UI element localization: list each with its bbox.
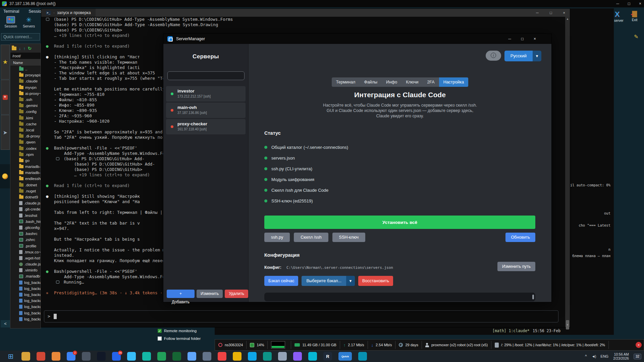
file-row[interactable]: .qwen: [10, 139, 41, 145]
file-list-header[interactable]: Name: [10, 59, 41, 66]
scrollbar-down-arrow[interactable]: ▼: [565, 323, 570, 326]
tab-Терминал[interactable]: Терминал: [332, 77, 360, 87]
keyboard-language[interactable]: ENG: [600, 354, 608, 358]
taskbar-app-chrome-icon[interactable]: 2: [67, 352, 75, 361]
file-row[interactable]: .gitconfig: [10, 225, 41, 231]
file-row[interactable]: .dotnet: [10, 182, 41, 188]
claude-input-box[interactable]: >: [44, 310, 558, 322]
scrollbar-up-arrow[interactable]: ▲: [565, 17, 570, 20]
file-row[interactable]: .mariadb~: [10, 273, 41, 279]
server-list-item[interactable]: proxy-checker161.97.118.40 [ssh]: [166, 119, 246, 134]
exit-shortcut[interactable]: Exit: [628, 10, 641, 22]
file-row[interactable]: .gemini: [10, 103, 41, 109]
file-row[interactable]: .bashrc: [10, 231, 41, 237]
tab-Инфо[interactable]: Инфо: [382, 77, 401, 87]
menu-terminal[interactable]: Terminal: [3, 9, 19, 14]
window-maximize-button[interactable]: □: [628, 1, 630, 6]
file-path-bar[interactable]: /root/: [10, 53, 41, 59]
file-row[interactable]: .zshrc: [10, 237, 41, 243]
file-row[interactable]: endlessh: [10, 176, 41, 182]
file-row[interactable]: .di-proxy: [10, 133, 41, 139]
file-row[interactable]: ai-proxy~: [10, 90, 41, 97]
tab-2FA[interactable]: 2FA: [423, 77, 439, 87]
pencil-icon[interactable]: ✎: [634, 34, 638, 40]
backup-now-button[interactable]: Бэкап сейчас: [264, 276, 298, 286]
download-icon[interactable]: ↓: [19, 46, 21, 51]
follow-folder-checkbox-row[interactable]: Follow terminal folder: [158, 337, 201, 341]
taskbar-app-violet-app-icon[interactable]: [293, 352, 302, 361]
taskbar-app-telegram-app-icon[interactable]: [248, 352, 257, 361]
sm-close-button[interactable]: ×: [534, 37, 536, 41]
volume-icon[interactable]: ◄): [592, 354, 596, 358]
sm-minimize-button[interactable]: ─: [508, 37, 511, 41]
component-button[interactable]: SSH-ключ: [332, 233, 365, 242]
output-scrollbar-thumb[interactable]: [532, 295, 534, 299]
file-row[interactable]: .bash_his~: [10, 219, 41, 225]
taskbar-app-slate-app-icon[interactable]: [203, 352, 211, 361]
taskbar-app-cyan-app-icon[interactable]: [308, 352, 317, 361]
file-row[interactable]: .nuget: [10, 188, 41, 194]
component-button[interactable]: ssh.py: [264, 233, 290, 242]
file-row[interactable]: .profile: [10, 243, 41, 249]
edit-server-button[interactable]: Изменить: [197, 290, 223, 298]
tab-Настройка[interactable]: Настройка: [439, 77, 469, 87]
window-close-button[interactable]: ×: [639, 1, 641, 6]
clock[interactable]: 10:56 AM 2/23/2026: [613, 352, 629, 360]
taskbar-app-quick-share-icon[interactable]: Quick: [338, 352, 352, 361]
quick-connect-input[interactable]: Quick connect...: [1, 33, 40, 41]
tray-expand-chevron[interactable]: ^: [585, 354, 587, 359]
folder-up-icon[interactable]: [12, 47, 16, 50]
terminal-scrollbar[interactable]: ▲ ▼: [565, 17, 570, 327]
file-row[interactable]: .git-crede~: [10, 206, 41, 212]
taskbar-app-r-app-icon[interactable]: R: [323, 352, 332, 361]
server-list-item[interactable]: investor173.212.212.157 [ssh]: [166, 86, 246, 102]
tab-Ключи[interactable]: Ключи: [401, 77, 423, 87]
notification-badge[interactable]: 32: [634, 354, 641, 359]
sidebar-tab-tools[interactable]: [1, 80, 10, 115]
taskbar-app-ide-app-icon[interactable]: [172, 352, 181, 361]
file-row[interactable]: .local: [10, 127, 41, 133]
install-all-button[interactable]: Установить всё: [264, 216, 535, 229]
taskbar-app-edge-icon[interactable]: 26: [112, 352, 121, 361]
sm-maximize-button[interactable]: □: [521, 37, 524, 41]
taskbar-app-blue-app-icon[interactable]: [127, 352, 136, 361]
tab-Файлы[interactable]: Файлы: [360, 77, 382, 87]
taskbar-app-terminal-app-icon[interactable]: [97, 352, 106, 361]
server-list-item[interactable]: main-ovh37.187.136.86 [ssh]: [166, 103, 246, 118]
component-button[interactable]: Скилл /ssh: [294, 233, 328, 242]
sidebar-scroll-left-button[interactable]: <: [1, 320, 10, 327]
file-row[interactable]: ..: [10, 66, 41, 72]
file-row[interactable]: .viminfo: [10, 267, 41, 273]
taskbar-app-firefox-icon[interactable]: [52, 352, 60, 361]
sidebar-tab-sessions[interactable]: ★: [1, 45, 10, 79]
terminal-maximize-button[interactable]: □: [550, 11, 552, 15]
terminal-tab[interactable]: >_ · запуск и проверка: [41, 9, 96, 17]
taskbar-app-dark-app-icon[interactable]: [82, 352, 91, 361]
file-row[interactable]: proxyapis: [10, 72, 41, 78]
refresh-button[interactable]: Обновить: [505, 233, 535, 242]
taskbar-app-teal-s-app-icon[interactable]: [263, 352, 272, 361]
taskbar-app-opera-app-icon[interactable]: [187, 352, 196, 361]
server-search-input[interactable]: [167, 71, 245, 80]
terminal-minimize-button[interactable]: ─: [536, 11, 539, 15]
file-row[interactable]: mariadb-i~: [10, 164, 41, 170]
file-row[interactable]: .codex: [10, 145, 41, 151]
taskbar-app-brave-icon[interactable]: [37, 352, 45, 361]
language-dropdown[interactable]: Русский ▼: [504, 51, 541, 61]
file-row[interactable]: log_backu~: [10, 310, 41, 316]
add-server-button[interactable]: + Добавить: [167, 290, 195, 298]
file-row[interactable]: myvpn: [10, 84, 41, 90]
file-row[interactable]: .claude: [10, 78, 41, 84]
file-row[interactable]: .config: [10, 109, 41, 115]
checkbox-checked-icon[interactable]: ✓: [158, 329, 162, 333]
restore-button[interactable]: Восстановить: [358, 276, 393, 286]
taskbar-app-gray-app-icon[interactable]: [278, 352, 287, 361]
file-row[interactable]: log_backu~: [10, 298, 41, 304]
taskbar-app-sheets-app-icon[interactable]: [157, 352, 166, 361]
upload-icon[interactable]: ↑: [23, 46, 26, 51]
sidebar-tab-macros[interactable]: ➤: [1, 115, 10, 150]
file-row[interactable]: .claude.js~: [10, 200, 41, 206]
terminal-close-button[interactable]: ×: [563, 11, 565, 15]
file-row[interactable]: mariadb-c~: [10, 170, 41, 176]
file-row[interactable]: go: [10, 158, 41, 164]
